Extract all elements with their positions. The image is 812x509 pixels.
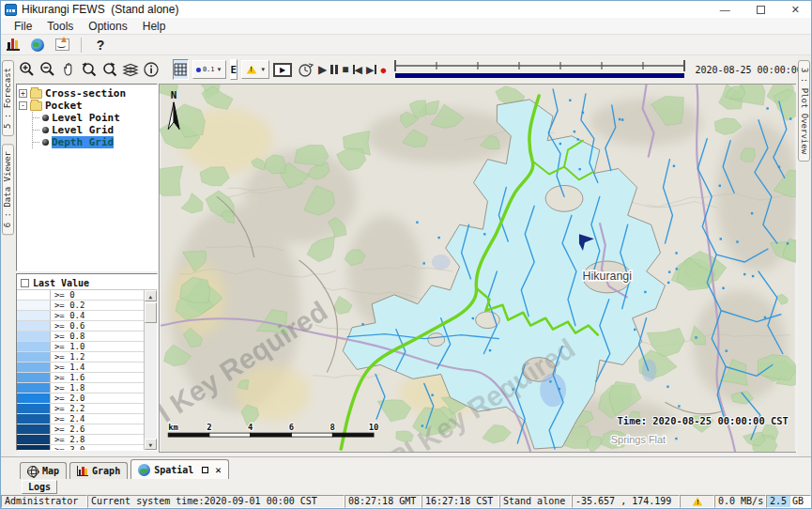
status-gmt-time: 08:27:18 GMT (345, 495, 421, 508)
place-label: Springs Flat (611, 434, 666, 445)
menu-tools[interactable]: Tools (39, 19, 81, 34)
status-warning-cell[interactable] (680, 495, 714, 508)
layers-icon[interactable] (122, 59, 139, 80)
svg-text:N: N (171, 89, 177, 101)
bottom-tab-bar: Map Graph Spatial ✕ (1, 456, 811, 479)
tab-data-viewer[interactable]: 6 : Data Viewer (2, 144, 14, 235)
grid-display-button[interactable] (173, 59, 189, 80)
scroll-up-icon[interactable]: ▲ (145, 290, 157, 301)
globe-icon (138, 464, 150, 476)
point-size-dropdown[interactable]: 0.1 ▼ (192, 60, 226, 79)
legend-swatch (17, 414, 51, 424)
info-icon[interactable] (143, 59, 160, 80)
pause-button[interactable] (330, 65, 338, 74)
status-local-time: 16:27:18 CST (421, 495, 499, 508)
svg-text:6: 6 (289, 423, 294, 432)
legend-swatch (17, 373, 51, 382)
tab-minimize-icon[interactable] (202, 467, 208, 473)
left-tab-strip: 5 : Forecast 6 : Data Viewer (1, 55, 15, 456)
tab-close-icon[interactable]: ✕ (215, 464, 222, 476)
legend-swatch (17, 435, 51, 444)
legend-swatch (17, 445, 51, 450)
zoom-out-icon[interactable] (39, 59, 56, 80)
legend-swatch (17, 311, 51, 320)
main-toolbar: ? (1, 35, 811, 55)
data-viewer-panel: + Cross-section - Pocket Lev (15, 84, 159, 456)
status-coordinates: -35.657 , 174.199 (572, 495, 680, 508)
svg-text:km: km (168, 423, 178, 432)
node-bullet-icon (42, 139, 49, 146)
legend-row: >= 1.0 (17, 342, 144, 352)
tree-item-level-grid[interactable]: Level Grid (33, 124, 155, 136)
legend-row: >= 0.8 (17, 332, 144, 342)
scroll-down-icon[interactable]: ▼ (145, 439, 157, 450)
legend-title: Last Value (33, 278, 89, 288)
expander-icon[interactable]: + (19, 89, 27, 98)
step-forward-button[interactable]: ▶ (366, 64, 375, 76)
legend-swatch (17, 404, 51, 413)
spatial-map[interactable]: API Key Required API Key Required N km 2… (159, 84, 796, 453)
status-system-time: Current system time:2020-09-01 00:00 CST (87, 495, 345, 508)
legend-rows: >= 0 >= 0.2 >= 0.4 >= 0.6 >= 0.8 >= 1.0 … (17, 290, 144, 450)
stop-button[interactable]: ■ (342, 63, 348, 76)
town-label: Hikurangi (582, 270, 631, 283)
timer-settings-icon[interactable] (296, 59, 314, 80)
menu-file[interactable]: File (7, 19, 39, 34)
tree-item-depth-grid[interactable]: Depth Grid (33, 136, 155, 148)
map-time-label: Time: 2020-08-25 00:00:00 CST (617, 415, 788, 426)
zoom-previous-icon[interactable] (81, 59, 98, 80)
legend-scrollbar[interactable]: ▲ ▼ (144, 290, 157, 450)
legend-swatch (17, 393, 51, 403)
minimize-button[interactable]: — (720, 5, 730, 15)
warning-dropdown[interactable]: ▼ (241, 60, 269, 79)
animation-panel-icon[interactable]: ▶ (273, 59, 292, 80)
profile-chart-icon[interactable] (54, 38, 70, 53)
tree-item-cross-section[interactable]: + Cross-section (19, 87, 155, 100)
label-display-button[interactable]: E (230, 59, 238, 80)
tree-item-pocket[interactable]: - Pocket (19, 100, 155, 112)
legend-row: >= 2.2 (17, 404, 144, 414)
legend-swatch (17, 321, 51, 331)
expander-icon[interactable]: - (19, 101, 27, 110)
map-view[interactable]: API Key Required API Key Required N km 2… (159, 84, 798, 456)
record-button[interactable]: ● (380, 63, 388, 77)
maximize-button[interactable] (757, 6, 765, 14)
legend-panel: Last Value >= 0 >= 0.2 >= 0.4 >= 0.6 >= … (16, 273, 158, 451)
play-button[interactable]: ▶ (318, 63, 327, 76)
tab-forecast[interactable]: 5 : Forecast (2, 60, 14, 136)
zoom-in-icon[interactable] (19, 59, 36, 80)
warning-icon (247, 66, 257, 74)
timeline-slider[interactable] (391, 58, 689, 81)
app-logo-icon (5, 4, 17, 16)
timeline-loaded-bar (395, 73, 684, 78)
tab-map[interactable]: Map (20, 462, 67, 479)
folder-icon (30, 89, 42, 99)
tab-plot-overview[interactable]: 3 : Plot Overview (798, 60, 810, 162)
last-value-checkbox[interactable] (21, 279, 29, 287)
step-back-button[interactable]: ◀ (353, 64, 362, 76)
tree-item-level-point[interactable]: Level Point (33, 112, 155, 124)
layer-tree: + Cross-section - Pocket Lev (16, 84, 158, 271)
pan-hand-icon[interactable] (60, 59, 77, 80)
tab-spatial[interactable]: Spatial ✕ (130, 459, 229, 479)
status-bar: Administrator Current system time:2020-0… (1, 495, 811, 508)
status-memory: 2.5 GB (766, 495, 811, 508)
menu-options[interactable]: Options (81, 19, 134, 34)
help-button[interactable]: ? (92, 38, 109, 53)
legend-row: >= 0.6 (17, 321, 144, 332)
globe-icon[interactable] (29, 38, 46, 53)
scroll-thumb[interactable] (145, 302, 157, 323)
map-toolbar: 0.1 ▼ E ▼ ▶ ▶ ■ ◀ ▶ ● (15, 55, 798, 84)
legend-row: >= 0.2 (17, 301, 144, 311)
menu-help[interactable]: Help (135, 19, 174, 34)
legend-row: >= 1.8 (17, 383, 144, 393)
toolbar-separator (81, 38, 82, 53)
legend-swatch (17, 362, 51, 372)
logs-row: Logs (1, 479, 811, 495)
zoom-next-icon[interactable] (101, 59, 118, 80)
close-button[interactable]: ✕ (791, 5, 800, 15)
warning-icon (692, 498, 702, 506)
database-chart-icon[interactable] (5, 38, 22, 53)
logs-button[interactable]: Logs (22, 480, 57, 494)
tab-graph[interactable]: Graph (69, 462, 128, 479)
